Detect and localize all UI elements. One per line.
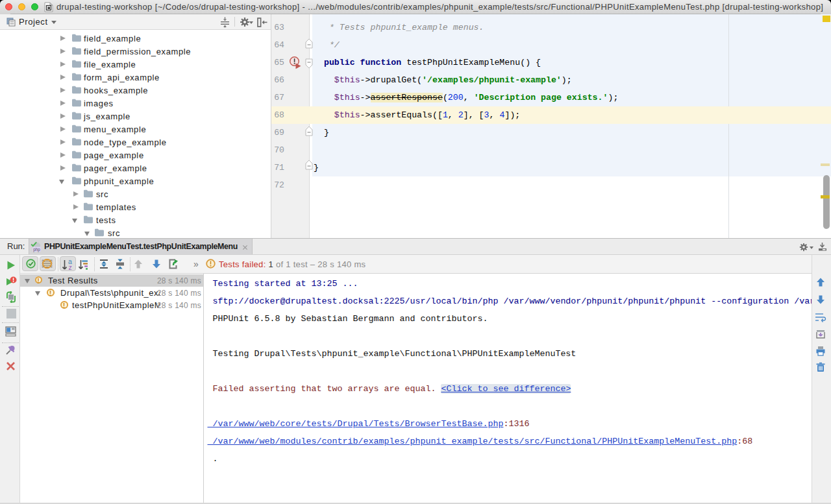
svg-text:php: php [33,247,40,252]
svg-text:z: z [68,263,71,270]
